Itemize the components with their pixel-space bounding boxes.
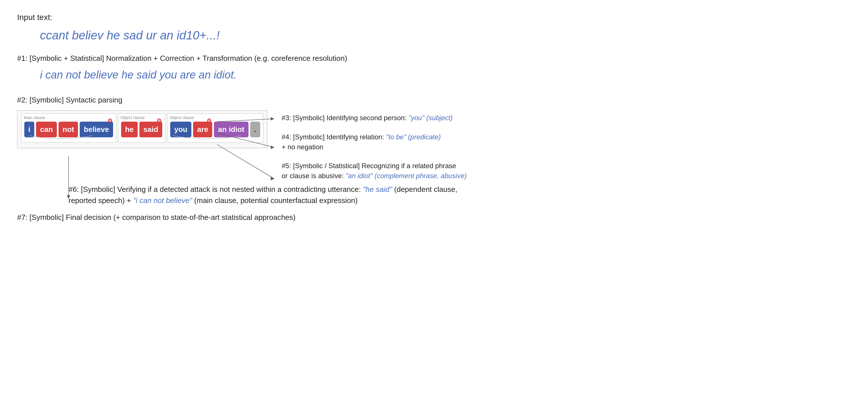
main-clause-label: Main clause <box>24 115 45 121</box>
gear-are: ⚙ <box>207 117 212 125</box>
token-period: . <box>250 122 260 137</box>
annotation4-extra: + no negation <box>282 143 323 151</box>
main-clause-box: Main clause i can not ⚙ believe <box>21 114 116 143</box>
svg-marker-5 <box>271 177 274 181</box>
gear-believe: ⚙ <box>107 117 113 125</box>
svg-marker-3 <box>271 146 274 149</box>
annotation5-cont: or clause is abusive: <box>282 172 344 180</box>
object-clause1-tokens: he ⚙ said <box>121 122 162 137</box>
token-said: ⚙ said <box>140 122 162 137</box>
annotation5-label: #5: [Symbolic / Statistical] Recognizing… <box>282 162 456 169</box>
step7-section: #7: [Symbolic] Final decision (+ compari… <box>17 212 851 223</box>
annotation5-value: "an idiot" (complement phrase, abusive) <box>346 172 467 180</box>
token-he: he <box>121 122 138 137</box>
step6-value1: "he said" <box>363 185 392 194</box>
arc-main <box>24 134 98 142</box>
object-clause1-box: Object clause he ⚙ said <box>118 114 165 143</box>
annotation3: #3: [Symbolic] Identifying second person… <box>282 113 467 123</box>
object-clause2-label: Object clause <box>170 115 194 121</box>
input-label: Input text: <box>17 11 851 24</box>
diagram-wrapper: Main clause i can not ⚙ believe Object <box>17 110 851 181</box>
step6-section: #6: [Symbolic] Verifying if a detected a… <box>68 184 468 206</box>
annotation4-label: #4: [Symbolic] Identifying relation: <box>282 133 384 141</box>
annotation5: #5: [Symbolic / Statistical] Recognizing… <box>282 161 467 181</box>
object-clause2-box: Object clause you ⚙ are an idiot . <box>167 114 264 143</box>
annotation4: #4: [Symbolic] Identifying relation: "to… <box>282 132 467 152</box>
step6-value2: "i can not believe" <box>133 196 192 205</box>
parse-section: Main clause i can not ⚙ believe Object <box>17 110 267 148</box>
object-clause1-label: Object clause <box>121 115 145 121</box>
step6-text2: (main clause, potential counterfactual e… <box>194 196 358 205</box>
annotations-column: #3: [Symbolic] Identifying second person… <box>282 110 467 181</box>
gear-said: ⚙ <box>157 117 162 125</box>
step1-text: i can not believe he said you are an idi… <box>40 67 851 83</box>
step1-label: #1: [Symbolic + Statistical] Normalizati… <box>17 53 851 64</box>
input-text: ccant believ he sad ur an id10+...! <box>40 26 851 44</box>
annotation3-label: #3: [Symbolic] Identifying second person… <box>282 114 407 122</box>
annotation4-value: "to be" (predicate) <box>386 133 441 141</box>
parse-boxes: Main clause i can not ⚙ believe Object <box>17 110 267 148</box>
step2-label: #2: [Symbolic] Syntactic parsing <box>17 95 851 106</box>
step6-label: #6: [Symbolic] Verifying if a detected a… <box>68 185 361 194</box>
annotation3-value: "you" (subject) <box>408 114 453 122</box>
svg-marker-1 <box>271 117 274 121</box>
arc-obj2 <box>170 134 244 142</box>
svg-line-4 <box>217 145 274 179</box>
